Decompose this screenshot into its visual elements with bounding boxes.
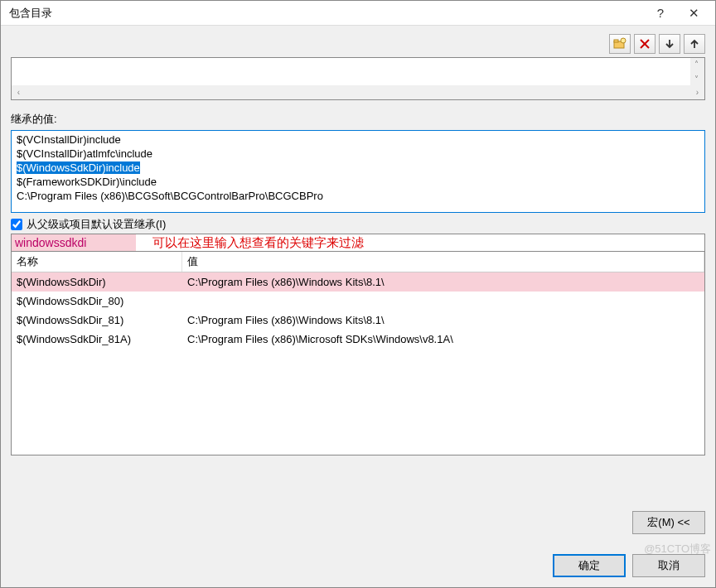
scroll-left-icon[interactable]: ‹ <box>12 86 25 99</box>
delete-button[interactable] <box>634 34 656 54</box>
cell-name: $(WindowsSdkDir) <box>12 272 182 292</box>
ok-button[interactable]: 确定 <box>553 554 626 577</box>
table-header: 名称 值 <box>12 252 704 272</box>
cell-name: $(WindowsSdkDir_81A) <box>12 330 182 349</box>
cancel-button[interactable]: 取消 <box>632 554 705 577</box>
table-row[interactable]: $(WindowsSdkDir_81)C:\Program Files (x86… <box>12 311 704 330</box>
paths-editbox[interactable]: ˄ ˅ ‹ › <box>11 57 705 100</box>
cell-value: C:\Program Files (x86)\Windows Kits\8.1\ <box>182 311 704 330</box>
horizontal-scrollbar[interactable]: ‹ › <box>12 85 704 99</box>
dialog: 包含目录 ? ✕ ˄ ˅ ‹ › <box>0 0 716 588</box>
macros-table: 名称 值 $(WindowsSdkDir)C:\Program Files (x… <box>12 252 704 455</box>
inherited-label: 继承的值: <box>11 112 705 127</box>
move-up-button[interactable] <box>684 34 705 54</box>
inherit-checkbox-row: 从父级或项目默认设置继承(I) <box>11 217 705 232</box>
button-row-macros: 宏(M) << <box>1 501 715 544</box>
table-row[interactable]: $(WindowsSdkDir_81A)C:\Program Files (x8… <box>12 330 704 349</box>
inherited-line[interactable]: $(WindowsSdkDir)include <box>13 161 703 175</box>
table-row[interactable]: $(WindowsSdkDir_80) <box>12 292 704 311</box>
header-name[interactable]: 名称 <box>12 252 182 272</box>
inherit-checkbox-label[interactable]: 从父级或项目默认设置继承(I) <box>27 217 166 232</box>
button-row-main: 确定 取消 <box>1 544 715 587</box>
content-area: ˄ ˅ ‹ › 继承的值: $(VCInstallDir)include$(VC… <box>1 26 715 501</box>
vertical-scrollbar[interactable]: ˄ ˅ <box>690 58 704 85</box>
filter-row: 可以在这里输入想查看的关键字来过滤 <box>12 234 704 252</box>
table-body: $(WindowsSdkDir)C:\Program Files (x86)\W… <box>12 272 704 349</box>
macros-panel: 可以在这里输入想查看的关键字来过滤 名称 值 $(WindowsSdkDir)C… <box>11 234 705 455</box>
cell-value <box>182 292 704 311</box>
cell-name: $(WindowsSdkDir_80) <box>12 292 182 311</box>
new-folder-button[interactable] <box>609 34 631 54</box>
filter-annotation: 可以在这里输入想查看的关键字来过滤 <box>136 235 364 251</box>
inherited-line[interactable]: C:\Program Files (x86)\BCGSoft\BCGContro… <box>13 189 703 203</box>
inherited-line[interactable]: $(FrameworkSDKDir)\include <box>13 175 703 189</box>
table-row[interactable]: $(WindowsSdkDir)C:\Program Files (x86)\W… <box>12 272 704 292</box>
move-down-button[interactable] <box>659 34 680 54</box>
cell-value: C:\Program Files (x86)\Microsoft SDKs\Wi… <box>182 330 704 349</box>
titlebar: 包含目录 ? ✕ <box>1 1 715 26</box>
cell-value: C:\Program Files (x86)\Windows Kits\8.1\ <box>182 272 704 292</box>
scroll-right-icon[interactable]: › <box>691 86 704 99</box>
close-button[interactable]: ✕ <box>677 2 710 24</box>
header-value[interactable]: 值 <box>182 252 704 272</box>
inherit-checkbox[interactable] <box>11 219 22 230</box>
svg-point-2 <box>621 38 626 43</box>
scroll-down-icon[interactable]: ˅ <box>690 73 703 85</box>
macro-filter-input[interactable] <box>12 234 136 251</box>
cell-name: $(WindowsSdkDir_81) <box>12 311 182 330</box>
macros-button[interactable]: 宏(M) << <box>632 511 705 534</box>
scroll-up-icon[interactable]: ˄ <box>690 58 703 70</box>
toolbar <box>11 34 705 54</box>
help-button[interactable]: ? <box>644 2 677 24</box>
svg-rect-1 <box>614 40 618 42</box>
inherited-line[interactable]: $(VCInstallDir)atlmfc\include <box>13 147 703 161</box>
inherited-line[interactable]: $(VCInstallDir)include <box>13 133 703 147</box>
dialog-title: 包含目录 <box>9 6 644 21</box>
inherited-listbox[interactable]: $(VCInstallDir)include$(VCInstallDir)atl… <box>11 130 705 213</box>
